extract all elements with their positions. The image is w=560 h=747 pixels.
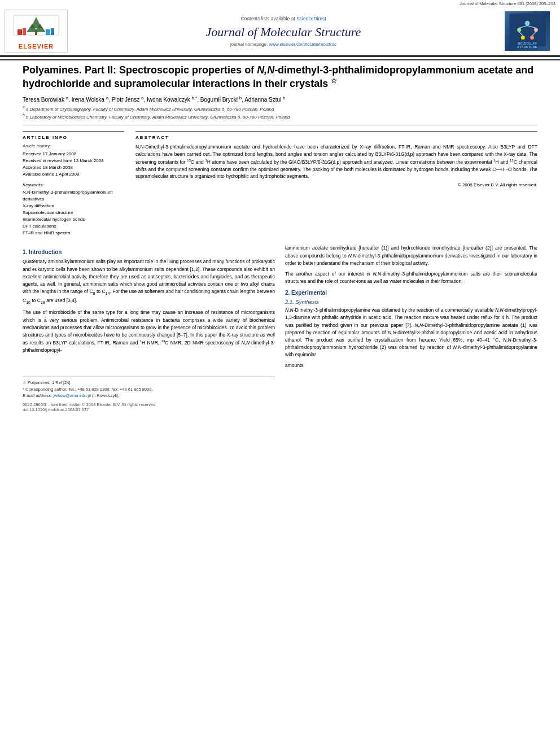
journal-ref-line: Journal of Molecular Structure 891 (2008… bbox=[0, 0, 560, 7]
abstract-col: ABSTRACT N,N-Dimethyl-3-phthalimidopropy… bbox=[135, 131, 537, 237]
mol-struct-label: STRUCTURE bbox=[517, 45, 537, 49]
contents-available-text: Contents lists available at ScienceDirec… bbox=[240, 16, 326, 21]
keywords-label: Keywords: bbox=[23, 182, 124, 187]
subsection21-heading: 2.1. Synthesis bbox=[285, 299, 537, 305]
doi-section: 0022-2860/$ – see front matter © 2008 El… bbox=[23, 402, 275, 412]
journal-center: Contents lists available at ScienceDirec… bbox=[68, 10, 499, 53]
elsevier-emblem-icon bbox=[11, 12, 62, 42]
body-content: 1. Introduction Quaternary aminoalkylamm… bbox=[23, 244, 537, 412]
elsevier-wordmark: ELSEVIER bbox=[19, 43, 54, 50]
abstract-text: N,N-Dimethyl-3-phthalimidopropylammonium… bbox=[135, 143, 537, 180]
footnote-area: ☆ Polyamines, 1 Ref [24]. * Correspondin… bbox=[23, 377, 275, 412]
journal-reference: Journal of Molecular Structure 891 (2008… bbox=[460, 1, 555, 6]
issn-line: 0022-2860/$ – see front matter © 2008 El… bbox=[23, 402, 275, 407]
journal-homepage: journal homepage: www.elsevier.com/locat… bbox=[230, 42, 336, 47]
journal-title: Journal of Molecular Structure bbox=[206, 25, 361, 40]
page: Journal of Molecular Structure 891 (2008… bbox=[0, 0, 560, 747]
affiliation-b: b b Laboratory of Microbiocides Chemistr… bbox=[23, 113, 537, 120]
main-content: Polyamines. Part II: Spectroscopic prope… bbox=[0, 64, 560, 747]
sciencedirect-link[interactable]: ScienceDirect bbox=[296, 16, 326, 21]
amounts-text: amounts bbox=[285, 362, 537, 369]
accepted-date: Accepted 18 March 2008 bbox=[23, 164, 124, 171]
keyword-6: FT-IR and NMR spectra bbox=[23, 230, 124, 237]
svg-rect-5 bbox=[18, 29, 22, 35]
keyword-4: Intermolecular hydrogen bonds bbox=[23, 216, 124, 223]
svg-point-14 bbox=[530, 36, 534, 40]
svg-point-13 bbox=[520, 36, 524, 40]
right-para2: The another aspect of our interest in N,… bbox=[285, 270, 537, 285]
article-info-abstract-cols: ARTICLE INFO Article history: Received 1… bbox=[23, 131, 537, 237]
keywords-section: Keywords: N,N-Dimethyl-3-phthalimidoprop… bbox=[23, 182, 124, 237]
svg-rect-8 bbox=[51, 28, 54, 35]
svg-rect-4 bbox=[35, 32, 37, 35]
section1-para1: Quaternary aminoalkylammonium salts play… bbox=[23, 258, 275, 305]
email-link[interactable]: jwikow@amu.edu.pl bbox=[53, 393, 91, 398]
section2-para1: N,N-Dimethyl-3-phthalimidopropylamine wa… bbox=[285, 307, 537, 359]
doi-line: doi:10.1016/j.molstruc.2008.03.037 bbox=[23, 407, 275, 412]
abstract-label: ABSTRACT bbox=[135, 135, 537, 140]
footnote-email: E-mail address: jwikow@amu.edu.pl (I. Ko… bbox=[23, 392, 275, 399]
mol-struct-logo-icon: MOLECULAR STRUCTURE bbox=[505, 11, 550, 51]
footnote-star: ☆ Polyamines, 1 Ref [24]. bbox=[23, 379, 275, 386]
affiliation-a: a a Department of Crystallography, Facul… bbox=[23, 105, 537, 112]
keyword-1: N,N-Dimethyl-3-phthalimidopropylammonium… bbox=[23, 189, 124, 203]
available-online-date: Available online 1 April 2008 bbox=[23, 171, 124, 178]
svg-rect-9 bbox=[509, 14, 545, 46]
svg-point-10 bbox=[524, 21, 530, 26]
journal-header: Journal of Molecular Structure 891 (2008… bbox=[0, 0, 560, 60]
keyword-2: X-ray diffraction bbox=[23, 203, 124, 209]
article-info-label: ARTICLE INFO bbox=[23, 135, 124, 140]
body-left-col: 1. Introduction Quaternary aminoalkylamm… bbox=[23, 244, 275, 412]
author-teresa: Teresa Borowiak a, Irena Wolska a, Piotr… bbox=[23, 97, 285, 103]
journal-logo-right: MOLECULAR STRUCTURE bbox=[499, 10, 555, 53]
keyword-3: Supramolecular structure bbox=[23, 209, 124, 216]
footnote-section: ☆ Polyamines, 1 Ref [24]. * Correspondin… bbox=[23, 377, 275, 399]
article-history-label: Article history: bbox=[23, 143, 124, 148]
body-right-col: lammonium acetate semihydrate [hereafter… bbox=[285, 244, 537, 412]
article-title-section: Polyamines. Part II: Spectroscopic prope… bbox=[23, 64, 537, 125]
svg-point-11 bbox=[517, 28, 521, 32]
journal-top-bar: ELSEVIER Contents lists available at Sci… bbox=[0, 7, 560, 55]
section2-heading: 2. Experimental bbox=[285, 290, 537, 296]
article-info-col: ARTICLE INFO Article history: Received 1… bbox=[23, 131, 124, 237]
journal-homepage-url[interactable]: www.elsevier.com/locate/molstruc bbox=[269, 42, 336, 47]
footnote-corresponding: * Corresponding author. Tel.: +48 61 829… bbox=[23, 386, 275, 392]
svg-rect-6 bbox=[23, 28, 26, 35]
right-para1: lammonium acetate semihydrate [hereafter… bbox=[285, 244, 537, 267]
section1-para2: The use of microbiocide of the same type… bbox=[23, 309, 275, 354]
received-revised-date: Received in revised form 13 March 2008 bbox=[23, 158, 124, 164]
section1-heading: 1. Introduction bbox=[23, 249, 275, 255]
elsevier-logo: ELSEVIER bbox=[5, 10, 68, 53]
copyright-line: © 2008 Elsevier B.V. All rights reserved… bbox=[135, 182, 537, 187]
authors-line: Teresa Borowiak a, Irena Wolska a, Piotr… bbox=[23, 95, 537, 103]
svg-rect-7 bbox=[46, 29, 50, 35]
molecular-structure-icon: MOLECULAR bbox=[506, 14, 549, 46]
article-title: Polyamines. Part II: Spectroscopic prope… bbox=[23, 64, 537, 91]
thick-rule-divider bbox=[0, 55, 560, 57]
amounts-word: amounts bbox=[285, 362, 304, 368]
keyword-5: DFT calculations bbox=[23, 223, 124, 230]
svg-point-12 bbox=[534, 28, 538, 32]
received-date: Received 17 January 2008 bbox=[23, 151, 124, 158]
